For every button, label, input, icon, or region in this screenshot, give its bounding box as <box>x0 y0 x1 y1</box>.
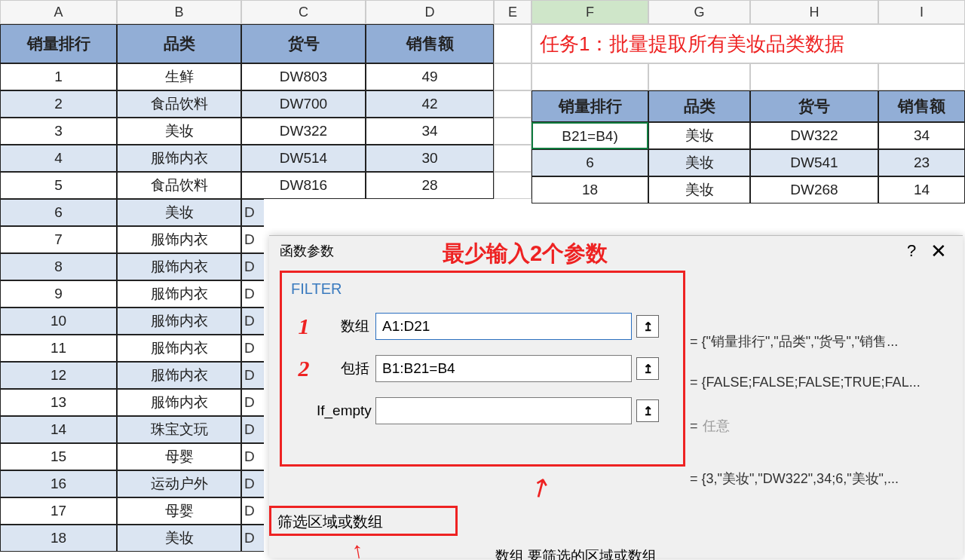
cell-blank-H[interactable] <box>750 63 878 90</box>
cell-sales[interactable]: 30 <box>366 145 494 172</box>
cell-rank[interactable]: 11 <box>0 335 117 362</box>
cell-category[interactable]: 生鲜 <box>117 63 241 90</box>
cell-sku-partial[interactable]: D <box>241 443 264 470</box>
cell-sku-partial[interactable]: D <box>241 253 264 280</box>
range-picker-button[interactable]: ↥ <box>636 357 659 380</box>
cell-blank-F[interactable] <box>532 63 648 90</box>
cell-sales[interactable]: 28 <box>366 172 494 199</box>
cell-sku-partial[interactable]: D <box>241 525 264 552</box>
cell-rank[interactable]: 14 <box>0 416 117 443</box>
cell-rank[interactable]: 8 <box>0 253 117 280</box>
cell-E[interactable] <box>494 63 532 90</box>
cell-E[interactable] <box>494 172 532 199</box>
cell-G[interactable]: 美妆 <box>648 149 750 176</box>
cell-rank[interactable]: 5 <box>0 172 117 199</box>
cell-sku-partial[interactable]: D <box>241 199 264 226</box>
cell-category[interactable]: 服饰内衣 <box>117 226 241 253</box>
cell-sku-partial[interactable]: D <box>241 335 264 362</box>
cell-sku-partial[interactable]: D <box>241 416 264 443</box>
col-G[interactable]: G <box>648 0 750 24</box>
cell-category[interactable]: 服饰内衣 <box>117 335 241 362</box>
cell-E1[interactable] <box>494 24 532 63</box>
range-picker-button[interactable]: ↥ <box>636 315 659 338</box>
cell-E[interactable] <box>494 145 532 172</box>
cell-category[interactable]: 服饰内衣 <box>117 280 241 308</box>
cell-F[interactable]: 18 <box>532 176 648 203</box>
cell-category[interactable]: 母婴 <box>117 443 241 470</box>
cell-category[interactable]: 服饰内衣 <box>117 362 241 389</box>
cell-sales[interactable]: 49 <box>366 63 494 90</box>
cell-sku-partial[interactable]: D <box>241 280 264 308</box>
cell-sku[interactable]: DW322 <box>241 118 366 145</box>
cell-rank[interactable]: 2 <box>0 90 117 118</box>
cell-rank[interactable]: 17 <box>0 497 117 525</box>
cell-sales[interactable]: 34 <box>366 118 494 145</box>
col-D[interactable]: D <box>366 0 494 24</box>
col-B[interactable]: B <box>117 0 241 24</box>
cell-category[interactable]: 服饰内衣 <box>117 389 241 416</box>
param-input[interactable] <box>375 355 632 382</box>
cell-G[interactable]: 美妆 <box>648 176 750 203</box>
col-I[interactable]: I <box>878 0 965 24</box>
cell-category[interactable]: 珠宝文玩 <box>117 416 241 443</box>
close-button[interactable]: ✕ <box>925 240 952 263</box>
cell-rank[interactable]: 1 <box>0 63 117 90</box>
col-E[interactable]: E <box>494 0 532 24</box>
col-C[interactable]: C <box>241 0 366 24</box>
col-F[interactable]: F <box>532 0 648 24</box>
cell-F[interactable]: 6 <box>532 149 648 176</box>
cell-G[interactable]: 美妆 <box>648 122 750 149</box>
cell-sku-partial[interactable]: D <box>241 497 264 525</box>
cell-H[interactable]: DW268 <box>750 176 878 203</box>
cell-category[interactable]: 运动户外 <box>117 470 241 497</box>
cell-sku[interactable]: DW816 <box>241 172 366 199</box>
cell-I[interactable]: 14 <box>878 176 965 203</box>
cell-I[interactable]: 34 <box>878 122 965 149</box>
cell-E[interactable] <box>494 90 532 118</box>
cell-category[interactable]: 服饰内衣 <box>117 308 241 335</box>
cell-category[interactable]: 美妆 <box>117 525 241 552</box>
cell-category[interactable]: 食品饮料 <box>117 172 241 199</box>
cell-rank[interactable]: 6 <box>0 199 117 226</box>
param-input[interactable] <box>375 313 632 340</box>
hdr-sku: 货号 <box>241 24 366 63</box>
cell-category[interactable]: 食品饮料 <box>117 90 241 118</box>
cell-category[interactable]: 服饰内衣 <box>117 253 241 280</box>
cell-blank-I[interactable] <box>878 63 965 90</box>
cell-sales[interactable]: 42 <box>366 90 494 118</box>
cell-sku[interactable]: DW514 <box>241 145 366 172</box>
cell-category[interactable]: 美妆 <box>117 118 241 145</box>
cell-blank-G[interactable] <box>648 63 750 90</box>
cell-I[interactable]: 23 <box>878 149 965 176</box>
col-H[interactable]: H <box>750 0 878 24</box>
cell-sku[interactable]: DW803 <box>241 63 366 90</box>
cell-rank[interactable]: 4 <box>0 145 117 172</box>
cell-sku-partial[interactable]: D <box>241 389 264 416</box>
cell-rank[interactable]: 7 <box>0 226 117 253</box>
col-A[interactable]: A <box>0 0 117 24</box>
cell-category[interactable]: 服饰内衣 <box>117 145 241 172</box>
cell-E[interactable] <box>494 118 532 145</box>
cell-rank[interactable]: 15 <box>0 443 117 470</box>
cell-rank[interactable]: 10 <box>0 308 117 335</box>
cell-H[interactable]: DW541 <box>750 149 878 176</box>
cell-F[interactable]: B21=B4) <box>532 122 648 149</box>
cell-sku-partial[interactable]: D <box>241 226 264 253</box>
cell-rank[interactable]: 12 <box>0 362 117 389</box>
range-picker-button[interactable]: ↥ <box>636 399 659 422</box>
cell-sku-partial[interactable]: D <box>241 362 264 389</box>
cell-rank[interactable]: 9 <box>0 280 117 308</box>
cell-sku[interactable]: DW700 <box>241 90 366 118</box>
cell-rank[interactable]: 18 <box>0 525 117 552</box>
cell-sku-partial[interactable]: D <box>241 470 264 497</box>
cell-rank[interactable]: 3 <box>0 118 117 145</box>
help-button[interactable]: ? <box>898 241 925 261</box>
cell-H[interactable]: DW322 <box>750 122 878 149</box>
table-row: 6美妆D <box>0 199 532 226</box>
cell-category[interactable]: 母婴 <box>117 497 241 525</box>
cell-rank[interactable]: 16 <box>0 470 117 497</box>
cell-category[interactable]: 美妆 <box>117 199 241 226</box>
cell-rank[interactable]: 13 <box>0 389 117 416</box>
param-input[interactable] <box>375 397 632 424</box>
cell-sku-partial[interactable]: D <box>241 308 264 335</box>
